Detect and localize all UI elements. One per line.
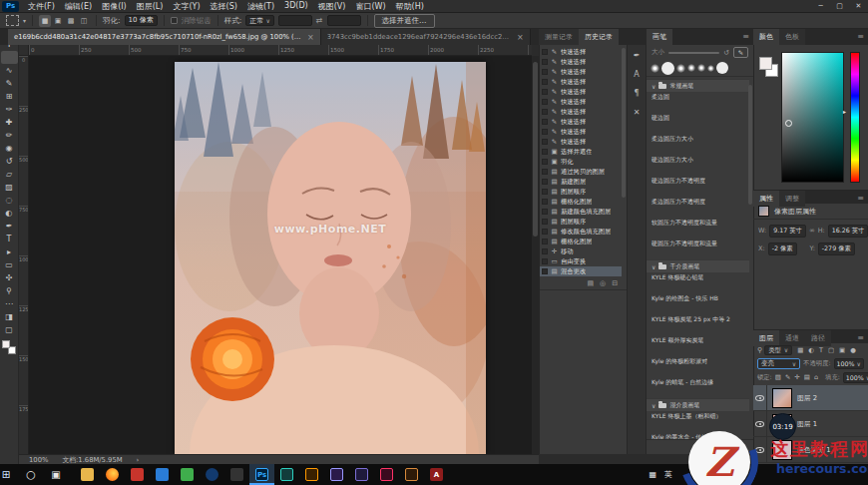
history-item[interactable]: ✎ 快速选择 — [540, 47, 622, 57]
history-source-checkbox[interactable] — [542, 268, 548, 274]
close-tab-icon[interactable]: × — [307, 33, 314, 42]
marquee-tool-preset-icon[interactable] — [6, 15, 19, 26]
brush-item[interactable]: ∨ KYLE 终极炭笔 25 px 中等 2 — [647, 314, 749, 335]
brush-tip-preview[interactable] — [661, 62, 674, 75]
history-item[interactable]: ✎ 快速选择 — [540, 87, 622, 97]
brush-item[interactable]: ∨ 干介质画笔 — [647, 259, 749, 272]
path-select-tool[interactable]: ▸ — [1, 245, 18, 258]
start-button[interactable]: ⊞ — [0, 464, 25, 485]
tab-brushes[interactable]: 画笔 — [647, 29, 672, 45]
history-item[interactable]: ▤ 栅格化图层 — [540, 237, 622, 246]
menu-item[interactable]: 图层(L) — [132, 1, 169, 12]
foreground-color-swatch[interactable] — [2, 340, 10, 348]
shape-tool[interactable]: ▭ — [1, 258, 18, 271]
brush-tip-preview[interactable] — [687, 64, 695, 72]
ruler-origin[interactable] — [19, 45, 29, 56]
height-value[interactable]: 16.26 英寸 — [828, 225, 868, 238]
height-input[interactable] — [327, 15, 361, 26]
lock-all-icon[interactable]: ⌂ — [814, 373, 818, 381]
app-dark-icon[interactable] — [224, 464, 249, 485]
brush-tip-preview[interactable] — [651, 64, 659, 73]
history-source-checkbox[interactable] — [542, 209, 548, 215]
history-item[interactable]: ▤ 混合更改 — [540, 266, 622, 276]
status-expand-icon[interactable]: › — [137, 456, 140, 464]
history-item[interactable]: ✎ 快速选择 — [540, 117, 622, 127]
history-item[interactable]: ✛ 移动 — [540, 246, 622, 256]
history-item[interactable]: ▤ 新建颜色填充图层 — [540, 207, 622, 217]
tab-channels[interactable]: 通道 — [779, 330, 805, 346]
brush-item[interactable]: ∨ 硬圆压力不透明度和流量 — [647, 239, 749, 259]
zoom-tool[interactable]: ⚲ — [1, 284, 18, 297]
brushes-scrollbar[interactable] — [748, 85, 752, 205]
brush-tool[interactable]: ✏ — [1, 129, 18, 142]
history-source-checkbox[interactable] — [542, 89, 548, 95]
history-item[interactable]: ▤ 图层顺序 — [540, 187, 622, 197]
menu-item[interactable]: 3D(D) — [279, 1, 313, 12]
foreground-background-swatches[interactable] — [2, 340, 16, 354]
file-explorer-icon[interactable] — [75, 464, 100, 485]
history-item[interactable]: ✎ 快速选择 — [540, 77, 622, 87]
app-green-icon[interactable] — [175, 464, 200, 485]
filter-group-layers-icon[interactable]: ▢ — [828, 346, 834, 354]
brush-tip-preview[interactable] — [707, 65, 714, 72]
document-tab-1[interactable]: e169b6cdd480a31c42e04817e3773a7c8fb95c71… — [8, 29, 321, 45]
history-item[interactable]: ▣ 选择并遮住 — [540, 147, 622, 157]
edit-toolbar-button[interactable]: ⋯ — [1, 297, 18, 310]
history-item[interactable]: ▤ 修改颜色填充图层 — [540, 227, 622, 237]
history-source-checkbox[interactable] — [542, 179, 548, 185]
brush-settings-panel-icon[interactable]: ✒ — [634, 51, 641, 60]
adobe-app-icon-6[interactable] — [399, 464, 424, 485]
history-source-checkbox[interactable] — [542, 149, 548, 155]
history-source-checkbox[interactable] — [542, 229, 548, 235]
filter-adjustment-layers-icon[interactable]: ◐ — [808, 346, 814, 354]
minimize-button[interactable]: ─ — [811, 0, 830, 12]
y-value[interactable]: -279 像素 — [818, 242, 855, 255]
history-source-checkbox[interactable] — [542, 139, 548, 145]
maximize-button[interactable]: ▢ — [830, 0, 849, 12]
app-blue-icon[interactable] — [150, 464, 175, 485]
close-panel-icon[interactable]: ✕ — [634, 108, 641, 117]
filter-pixel-layers-icon[interactable]: ▦ — [797, 346, 803, 354]
style-select[interactable]: 正常 ∨ — [245, 15, 274, 26]
link-dimensions-icon[interactable]: ∞ — [809, 227, 815, 235]
gradient-tool[interactable]: ▨ — [1, 181, 18, 194]
swap-dimensions-icon[interactable]: ⇄ — [316, 16, 323, 25]
app-navy-icon[interactable] — [200, 464, 224, 485]
hand-tool[interactable]: ✣ — [1, 271, 18, 284]
brush-item[interactable]: ∨ 硬边圆压力不透明度 — [647, 176, 749, 197]
photoshop-icon[interactable]: Ps — [249, 464, 274, 485]
toggle-brush-settings-button[interactable]: ✎ — [733, 47, 748, 58]
pen-tool[interactable]: ✒ — [1, 220, 18, 233]
firefox-icon[interactable] — [100, 464, 125, 485]
tray-app-icon[interactable]: ▦ — [649, 470, 656, 479]
search-button[interactable]: ○ — [25, 464, 50, 485]
tool-preset-caret-icon[interactable]: ▾ — [23, 17, 26, 24]
saturation-brightness-field[interactable] — [781, 52, 844, 183]
subtract-selection-icon[interactable]: ▩ — [65, 15, 77, 27]
history-item[interactable]: ▤ 通过拷贝的图层 — [540, 167, 622, 177]
panel-menu-icon[interactable]: ≡ — [853, 330, 868, 343]
menu-item[interactable]: 帮助(H) — [391, 1, 429, 12]
brush-item[interactable]: ∨ 硬边圆 — [647, 113, 749, 134]
brush-item[interactable]: ∨ Kyle 的蜡笔 - 自然边缘 — [647, 377, 749, 398]
tab-history[interactable]: 历史记录 — [579, 29, 619, 45]
menu-item[interactable]: 视图(V) — [313, 1, 351, 12]
menu-item[interactable]: 选择(S) — [206, 1, 242, 12]
brush-item[interactable]: ∨ 柔边圆压力大小 — [647, 134, 749, 155]
brush-item[interactable]: ∨ 硬边圆压力大小 — [647, 155, 749, 176]
history-item[interactable]: ✎ 快速选择 — [540, 127, 622, 137]
paragraph-panel-icon[interactable]: ¶ — [634, 89, 639, 98]
history-item[interactable]: ▤ 新建图层 — [540, 177, 622, 187]
chevron-down-icon[interactable]: ∨ — [651, 402, 655, 409]
brush-tip-preview[interactable] — [716, 62, 728, 74]
tab-paths[interactable]: 路径 — [805, 330, 831, 346]
crop-tool[interactable]: ⊞ — [1, 90, 18, 103]
brush-tip-preview[interactable] — [676, 64, 685, 73]
history-source-checkbox[interactable] — [542, 109, 548, 115]
select-and-mask-button[interactable]: 选择并遮住… — [374, 14, 435, 28]
menu-item[interactable]: 文字(Y) — [168, 1, 205, 12]
brush-item[interactable]: ∨ 柔边圆压力不透明度 — [647, 197, 749, 218]
lock-pixels-icon[interactable]: ✎ — [785, 373, 790, 381]
lock-position-icon[interactable]: ✛ — [794, 373, 799, 381]
chevron-down-icon[interactable]: ∨ — [651, 83, 655, 90]
